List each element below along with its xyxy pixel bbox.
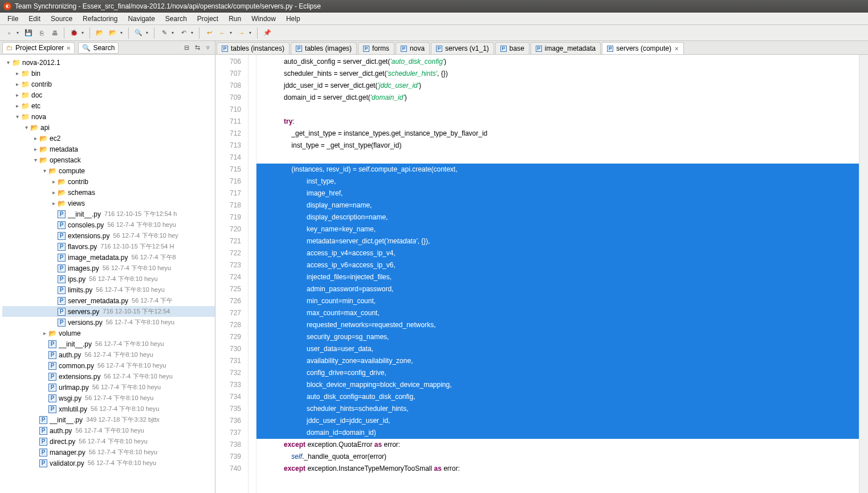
forward-button[interactable]: → [236,27,247,39]
tree-item[interactable]: ▸ec2 [2,133,215,144]
code-line[interactable]: jddc_user_id = server_dict.get('jddc_use… [256,80,859,92]
code-line[interactable]: image_href, [256,188,859,199]
tree-item[interactable]: limits.py56 12-7-4 下午8:10 heyu [2,284,215,295]
tree-item[interactable]: servers.py716 12-10-15 下午12:54 [2,306,215,317]
editor-tab[interactable]: Pservers (v1_1) [431,42,494,55]
code-editor[interactable]: 7067077087097107117127137147157167177187… [215,55,868,493]
code-line[interactable]: block_device_mapping=block_device_mappin… [256,379,859,391]
tree-item[interactable]: versions.py56 12-7-4 下午8:10 heyu [2,317,215,328]
tree-item[interactable]: ▾nova [2,111,215,122]
tree-item[interactable]: common.py56 12-7-4 下午8:10 heyu [2,360,215,371]
code-line[interactable]: requested_networks=requested_networks, [256,319,859,331]
menu-navigate[interactable]: Navigate [123,15,160,23]
tree-item[interactable]: image_metadata.py56 12-7-4 下午8 [2,252,215,263]
tree-item[interactable]: server_metadata.py56 12-7-4 下午 [2,295,215,306]
collapse-all-icon[interactable]: ⊟ [182,43,191,52]
code-line[interactable]: domain_id = server_dict.get('domain_id') [256,92,859,104]
project-tree[interactable]: ▾nova-2012.1▸bin▸contrib▸doc▸etc▾nova▾ap… [0,55,215,493]
code-line[interactable]: config_drive=config_drive, [256,367,859,379]
fold-strip[interactable] [248,55,256,493]
code-line[interactable]: self._handle_quota_error(error) [256,451,859,463]
tree-item[interactable]: extensions.py56 12-7-4 下午8:10 hey [2,230,215,241]
tab-search[interactable]: 🔍 Search [78,42,119,54]
code-line[interactable]: except exception.InstanceTypeMemoryTooSm… [256,463,859,475]
tree-item[interactable]: ▸etc [2,100,215,111]
tree-item[interactable]: urlmap.py56 12-7-4 下午8:10 heyu [2,382,215,393]
code-line[interactable]: access_ip_v6=access_ip_v6, [256,259,859,271]
tree-item[interactable]: ips.py56 12-7-4 下午8:10 heyu [2,274,215,284]
code-line[interactable]: injected_files=injected_files, [256,271,859,283]
last-edit-button[interactable]: ↩ [203,27,215,39]
tree-item[interactable]: validator.py56 12-7-4 下午8:10 heyu [2,458,215,468]
save-button[interactable]: 💾 [23,27,34,39]
editor-tab[interactable]: Ptables (images) [291,42,357,55]
tree-item[interactable]: ▸doc [2,89,215,100]
editor-tab[interactable]: Pservers (compute)✕ [602,42,684,55]
code-line[interactable]: admin_password=password, [256,283,859,295]
menu-window[interactable]: Window [246,15,281,23]
code-line[interactable]: try: [256,116,859,128]
tree-item[interactable]: ▸contrib [2,176,215,187]
code-line[interactable]: _get_inst_type = instance_types.get_inst… [256,128,859,140]
code-line[interactable]: security_group=sg_names, [256,331,859,343]
code-line[interactable]: auto_disk_config=auto_disk_config, [256,391,859,403]
tree-item[interactable]: flavors.py716 12-10-15 下午12:54 H [2,241,215,252]
code-line[interactable]: scheduler_hints = server_dict.get('sched… [256,68,859,80]
tree-item[interactable]: ▾compute [2,165,215,176]
code-line[interactable]: inst_type = _get_inst_type(flavor_id) [256,140,859,152]
tab-project-explorer[interactable]: 🗀 Project Explorer ✕ [2,42,75,53]
save-all-button[interactable]: ⎘ [36,27,47,39]
tree-item[interactable]: ▸volume [2,328,215,339]
open-task-button[interactable]: 📂 [107,27,119,39]
code-line[interactable]: display_description=name, [256,211,859,223]
code-line[interactable] [256,104,859,116]
tree-item[interactable]: images.py56 12-7-4 下午8:10 heyu [2,263,215,274]
tree-item[interactable]: wsgi.py56 12-7-4 下午8:10 heyu [2,393,215,404]
tree-item[interactable]: __init__.py349 12-7-18 下午3:32 bjttx [2,414,215,425]
tree-item[interactable]: __init__.py716 12-10-15 下午12:54 h [2,209,215,219]
new-button[interactable]: ▫ [3,27,15,39]
back-button[interactable]: ← [217,27,228,39]
code-line[interactable]: scheduler_hints=scheduler_hints, [256,403,859,415]
menu-help[interactable]: Help [281,15,305,23]
code-line[interactable]: key_name=key_name, [256,223,859,235]
code-line[interactable]: max_count=max_count, [256,307,859,319]
menu-file[interactable]: File [2,15,23,23]
tree-item[interactable]: ▾api [2,122,215,133]
tree-item[interactable]: ▸contrib [2,79,215,89]
editor-tab[interactable]: Ptables (instances) [217,42,290,55]
tree-item[interactable]: extensions.py56 12-7-4 下午8:10 heyu [2,371,215,382]
menu-project[interactable]: Project [192,15,223,23]
tree-item[interactable]: auth.py56 12-7-4 下午8:10 heyu [2,425,215,436]
view-menu-icon[interactable]: ▿ [203,43,213,52]
tree-item[interactable]: direct.py56 12-7-4 下午8:10 heyu [2,436,215,447]
debug-button[interactable]: 🐞 [68,27,80,39]
tree-item[interactable]: auth.py56 12-7-4 下午8:10 heyu [2,349,215,360]
close-icon[interactable]: ✕ [66,45,71,51]
menu-run[interactable]: Run [223,15,246,23]
editor-tab[interactable]: Pbase [495,42,529,55]
code-line[interactable]: metadata=server_dict.get('metadata', {})… [256,235,859,247]
code-line[interactable]: auto_disk_config = server_dict.get('auto… [256,56,859,68]
prev-annotation-button[interactable]: ↶ [178,27,189,39]
pin-button[interactable]: 📌 [262,27,273,39]
tree-item[interactable]: ▾openstack [2,154,215,165]
annotation-button[interactable]: ✎ [158,27,170,39]
menu-refactoring[interactable]: Refactoring [78,15,123,23]
code-line[interactable]: except exception.QuotaError as error: [256,439,859,451]
tree-item[interactable]: ▾nova-2012.1 [2,57,215,68]
code-content[interactable]: auto_disk_config = server_dict.get('auto… [256,55,859,493]
code-line[interactable]: jddc_user_id=jddc_user_id, [256,415,859,427]
link-editor-icon[interactable]: ⇆ [193,43,202,52]
code-line[interactable]: availability_zone=availability_zone, [256,355,859,367]
open-type-button[interactable]: 📂 [94,27,105,39]
tree-item[interactable]: xmlutil.py56 12-7-4 下午8:10 heyu [2,404,215,414]
print-button[interactable]: 🖶 [49,27,60,39]
menu-source[interactable]: Source [46,15,78,23]
tree-item[interactable]: consoles.py56 12-7-4 下午8:10 heyu [2,219,215,230]
menu-edit[interactable]: Edit [23,15,46,23]
code-line[interactable]: min_count=min_count, [256,295,859,307]
editor-tab[interactable]: Pimage_metadata [531,42,601,55]
code-line[interactable]: user_data=user_data, [256,343,859,355]
close-icon[interactable]: ✕ [674,46,679,52]
